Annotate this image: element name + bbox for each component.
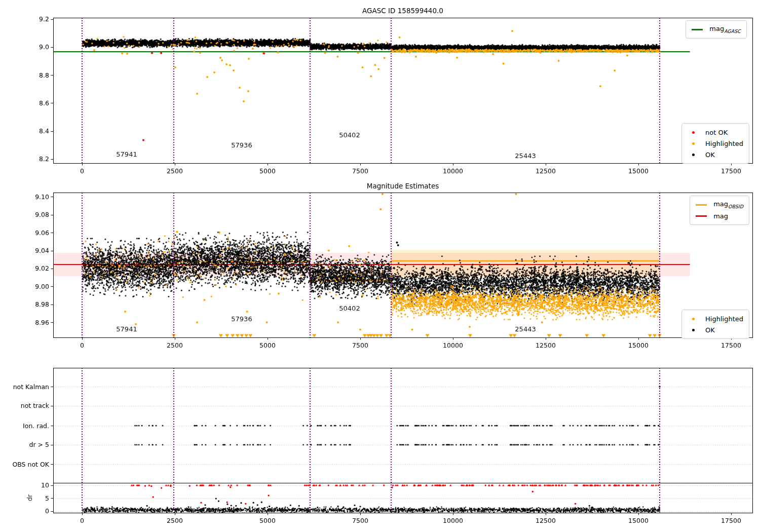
p2-xtick-7500: 7500: [340, 341, 381, 350]
legend-label: Highlighted: [705, 315, 743, 323]
p2-ytick-9.02: 9.02: [20, 264, 49, 273]
p1-legend-0: magAGASC: [686, 20, 747, 39]
legend-dot-swatch: [692, 142, 695, 145]
legend-label: OK: [705, 326, 715, 334]
obsid-annotation-50402: 50402: [339, 304, 360, 312]
p1-xtick-7500: 7500: [340, 167, 381, 175]
legend-item: OK: [688, 149, 743, 160]
legend-line-swatch: [692, 29, 703, 30]
p3-xtick-17500: 17500: [711, 516, 751, 525]
p2-ytick-9.08: 9.08: [20, 210, 49, 219]
obsid-annotation-57941: 57941: [116, 150, 137, 158]
legend-item: magAGASC: [692, 24, 741, 35]
p3-row-label: Ion. rad.: [3, 422, 49, 430]
legend-dot-swatch: [692, 154, 695, 156]
obsid-annotation-57936: 57936: [231, 141, 252, 148]
plot2-title: Magnitude Estimates: [53, 182, 752, 190]
figure: AGASC ID 158599440.0 Magnitude Estimates…: [0, 0, 760, 532]
p1-ytick-8.6: 8.6: [20, 99, 49, 107]
obsid-annotation-57936: 57936: [231, 315, 252, 323]
p2-xtick-0: 0: [62, 341, 102, 350]
legend-dot-swatch: [692, 131, 695, 134]
p2-legend-1: HighlightedOK: [681, 310, 749, 339]
p1-legend-1: not OKHighlightedOK: [681, 123, 749, 164]
legend-item: Highlighted: [688, 313, 743, 324]
legend-item: magOBSID: [696, 199, 743, 210]
p1-ytick-9.2: 9.2: [20, 15, 49, 23]
legend-label: magOBSID: [713, 200, 743, 209]
p3-xtick-2500: 2500: [155, 516, 195, 525]
p2-ytick-9.04: 9.04: [20, 246, 49, 255]
legend-dot-swatch: [692, 329, 695, 331]
p1-ytick-9.0: 9.0: [20, 43, 49, 51]
obsid-annotation-50402: 50402: [339, 131, 360, 138]
legend-item: mag: [696, 210, 743, 221]
legend-item: Highlighted: [688, 138, 743, 149]
p1-xtick-2500: 2500: [155, 167, 195, 175]
p2-xtick-10000: 10000: [433, 341, 473, 350]
p2-xtick-12500: 12500: [525, 341, 566, 350]
legend-label: OK: [705, 151, 715, 159]
p2-ytick-9.00: 9.00: [20, 282, 49, 291]
legend-line-swatch: [696, 204, 707, 206]
p1-xtick-17500: 17500: [711, 167, 751, 175]
p3-xtick-5000: 5000: [247, 516, 288, 525]
p3-row-label: not track: [3, 401, 49, 410]
p3-xtick-7500: 7500: [340, 516, 381, 525]
obsid-annotation-25443: 25443: [515, 151, 536, 159]
p2-ytick-8.96: 8.96: [20, 318, 49, 327]
p3-ytick-0: 0: [20, 507, 49, 515]
p2-ytick-9.10: 9.10: [20, 193, 49, 201]
p2-ytick-8.98: 8.98: [20, 300, 49, 309]
p1-ytick-8.4: 8.4: [20, 127, 49, 135]
p2-xtick-17500: 17500: [711, 341, 751, 350]
p3-row-label: dr > 5: [3, 440, 49, 449]
p3-row-label: OBS not OK: [3, 460, 49, 469]
p3-xtick-0: 0: [62, 516, 102, 525]
legend-label: mag: [713, 212, 728, 220]
obsid-annotation-57941: 57941: [116, 325, 137, 332]
p3-xtick-15000: 15000: [618, 516, 659, 525]
legend-label: magAGASC: [709, 25, 741, 34]
p2-xtick-2500: 2500: [155, 341, 195, 350]
p3-row-label: not Kalman: [3, 383, 49, 391]
p1-xtick-12500: 12500: [525, 167, 566, 175]
obsid-annotation-25443: 25443: [515, 325, 536, 333]
p1-xtick-5000: 5000: [247, 167, 288, 175]
legend-item: not OK: [688, 127, 743, 138]
legend-item: OK: [688, 324, 743, 335]
p3-ylabel: dr: [26, 495, 33, 501]
legend-label: not OK: [705, 129, 728, 136]
legend-label-subscript: AGASC: [724, 28, 741, 34]
p3-xtick-12500: 12500: [525, 516, 566, 525]
plots-canvas: [0, 0, 760, 532]
p2-xtick-5000: 5000: [247, 341, 288, 350]
p1-xtick-0: 0: [62, 167, 102, 175]
legend-dot-swatch: [692, 318, 695, 320]
p1-ytick-8.2: 8.2: [20, 155, 49, 163]
legend-label: Highlighted: [705, 140, 743, 147]
plot1-title: AGASC ID 158599440.0: [53, 7, 752, 15]
p3-ytick-10: 10: [20, 481, 49, 489]
p3-xtick-10000: 10000: [433, 516, 473, 525]
p3-ytick-5: 5: [20, 494, 49, 503]
p2-xtick-15000: 15000: [618, 341, 659, 350]
p2-ytick-9.06: 9.06: [20, 229, 49, 237]
p1-ytick-8.8: 8.8: [20, 71, 49, 80]
p2-legend-0: magOBSIDmag: [690, 196, 749, 225]
legend-line-swatch: [696, 215, 707, 217]
legend-label-subscript: OBSID: [728, 204, 743, 209]
p1-xtick-15000: 15000: [618, 167, 659, 175]
p1-xtick-10000: 10000: [433, 167, 473, 175]
